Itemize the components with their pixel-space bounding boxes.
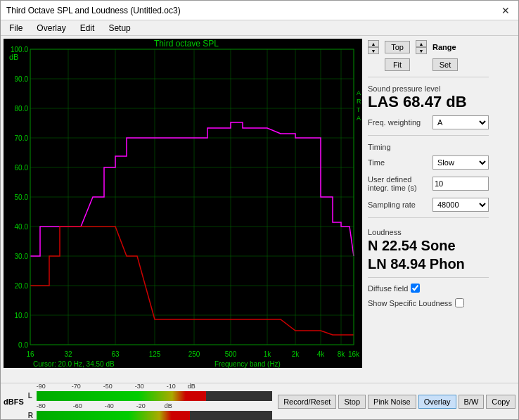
top-up-btn[interactable]: ▲ [368,40,379,47]
bw-button[interactable]: B/W [459,395,485,409]
svg-text:50.0: 50.0 [15,193,29,201]
copy-button[interactable]: Copy [486,395,515,409]
sampling-rate-label: Sampling rate [368,201,416,209]
menu-file[interactable]: File [6,23,25,34]
top-controls: ▲ ▼ Top ▲ ▼ Range [368,40,489,54]
tick-r-20: -20 [136,402,165,409]
svg-text:T: T [357,106,361,113]
sampling-rate-row: Sampling rate 48000 44100 96000 [368,198,489,212]
svg-text:dB: dB [9,53,18,61]
diffuse-field-row: Diffuse field [368,284,489,293]
sampling-rate-select[interactable]: 48000 44100 96000 [432,198,489,212]
time-label: Time [368,158,385,167]
svg-text:A: A [357,115,361,122]
chart-svg: 100.0 90.0 80.0 70.0 60.0 50.0 40.0 30.0… [4,39,362,368]
time-row: Time Slow Fast Impulse [368,155,489,170]
range-spin-group: ▲ ▼ [416,40,427,54]
record-reset-button[interactable]: Record/Reset [278,395,336,409]
l-meter-row: L [28,391,272,401]
spl-value: LAS 68.47 dB [368,93,489,111]
main-window: Third Octave SPL and Loudness (Untitled.… [0,0,519,420]
r-meter-row: R [28,411,272,421]
pink-noise-button[interactable]: Pink Noise [368,395,416,409]
svg-text:63: 63 [111,350,120,358]
timing-section-label: Timing [368,143,489,151]
bottom-bar: dBFS -90 -70 -50 -30 -10 dB L -80 -60 [1,383,518,419]
tick-r-40: -40 [105,402,136,409]
svg-text:16: 16 [26,350,34,358]
level-meters: -90 -70 -50 -30 -10 dB L -80 -60 -40 -20 [28,383,272,421]
svg-text:2k: 2k [292,350,300,358]
bottom-buttons: Record/Reset Stop Pink Noise Overlay B/W… [278,395,515,409]
overlay-button[interactable]: Overlay [418,395,456,409]
user-defined-input[interactable] [432,177,489,191]
tick-70: -70 [72,383,103,390]
svg-text:500: 500 [225,350,237,358]
show-specific-row: Show Specific Loudness [368,298,489,307]
svg-text:Frequency band (Hz): Frequency band (Hz) [214,360,281,368]
main-content: 100.0 90.0 80.0 70.0 60.0 50.0 40.0 30.0… [1,36,518,383]
svg-text:80.0: 80.0 [15,105,29,113]
tick-r-60: -60 [73,402,105,409]
set-button[interactable]: Set [432,58,458,71]
freq-weighting-select[interactable]: A B C Z [432,115,489,129]
svg-text:125: 125 [149,350,161,358]
top-button[interactable]: Top [385,41,410,53]
spl-section: Sound pressure level LAS 68.47 dB [368,82,489,111]
menu-bar: File Overlay Edit Setup [1,20,518,36]
diffuse-field-checkbox[interactable] [411,284,420,293]
tick-50: -50 [103,383,135,390]
time-select[interactable]: Slow Fast Impulse [432,155,489,170]
top-down-btn[interactable]: ▼ [368,47,379,54]
svg-text:40.0: 40.0 [15,223,29,231]
tick-r-80: -80 [37,402,73,409]
svg-text:4k: 4k [317,350,326,358]
tick-10: -10 [167,383,188,390]
dbfs-label: dBFS [4,397,24,406]
show-specific-label: Show Specific Loudness [368,299,452,307]
db-label-bot: dB [165,402,172,409]
range-up-btn[interactable]: ▲ [416,40,427,47]
svg-text:90.0: 90.0 [15,75,29,83]
right-panel: ▲ ▼ Top ▲ ▼ Range Fit Set [362,36,494,383]
svg-text:20.0: 20.0 [15,282,29,290]
menu-overlay[interactable]: Overlay [34,23,68,34]
svg-text:Third octave SPL: Third octave SPL [154,39,219,49]
svg-text:60.0: 60.0 [15,164,29,172]
title-bar: Third Octave SPL and Loudness (Untitled.… [1,1,518,20]
loudness-ln: LN 84.94 Phon [368,255,489,273]
svg-text:R: R [357,98,361,105]
loudness-section: Loudness N 22.54 Sone LN 84.94 Phon [368,225,489,273]
range-down-btn[interactable]: ▼ [416,47,427,54]
svg-rect-0 [4,39,362,368]
svg-text:1k: 1k [264,350,272,358]
user-defined-label: User definedintegr. time (s) [368,175,417,192]
window-title: Third Octave SPL and Loudness (Untitled.… [6,6,181,15]
range-label: Range [432,43,456,51]
svg-text:16k: 16k [348,350,360,358]
svg-text:A: A [357,89,361,96]
svg-text:70.0: 70.0 [15,134,29,142]
loudness-section-label: Loudness [368,228,489,236]
stop-button[interactable]: Stop [338,395,366,409]
menu-edit[interactable]: Edit [77,23,98,34]
fit-button[interactable]: Fit [385,58,410,71]
loudness-n: N 22.54 Sone [368,236,489,255]
freq-weighting-row: Freq. weighting A B C Z [368,115,489,129]
svg-text:10.0: 10.0 [15,312,29,319]
chart-area: 100.0 90.0 80.0 70.0 60.0 50.0 40.0 30.0… [4,39,362,368]
db-label-top: dB [188,383,196,390]
top-spin-group: ▲ ▼ [368,40,379,54]
close-button[interactable]: ✕ [499,4,513,18]
svg-text:8k: 8k [338,350,346,358]
show-specific-checkbox[interactable] [455,298,464,307]
l-meter-fill [37,391,206,401]
tick-90: -90 [37,383,72,390]
l-meter-bar [37,391,272,401]
spl-section-label: Sound pressure level [368,84,489,93]
menu-setup[interactable]: Setup [105,23,133,34]
svg-text:0.0: 0.0 [18,341,28,349]
svg-text:250: 250 [188,350,200,358]
user-defined-row: User definedintegr. time (s) [368,175,489,192]
tick-30: -30 [135,383,167,390]
